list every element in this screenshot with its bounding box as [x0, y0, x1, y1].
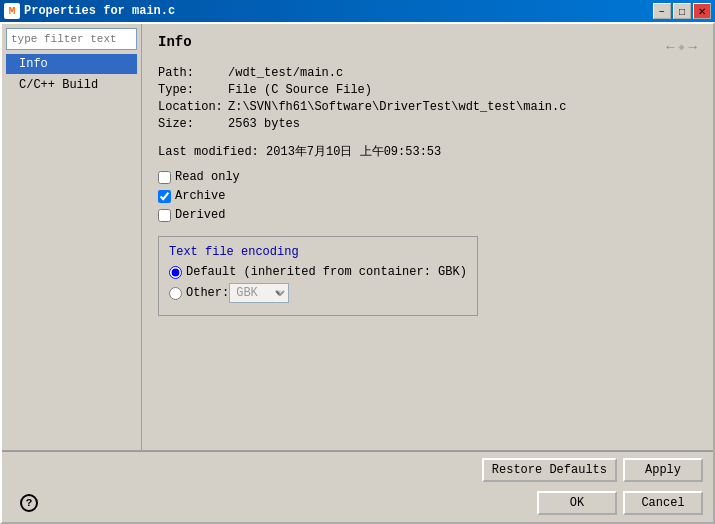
type-label: Type: — [158, 83, 228, 97]
readonly-checkbox[interactable] — [158, 171, 171, 184]
app-icon: M — [4, 3, 20, 19]
location-value: Z:\SVN\fh61\Software\DriverTest\wdt_test… — [228, 100, 566, 114]
last-modified-value: 2013年7月10日 上午09:53:53 — [266, 145, 441, 159]
help-button[interactable]: ? — [20, 494, 38, 512]
checkbox-archive: Archive — [158, 189, 697, 203]
checkbox-readonly: Read only — [158, 170, 697, 184]
encoding-select-group: GBK UTF-8 ISO-8859-1 ▼ — [229, 283, 281, 303]
sidebar-item-cpp-build[interactable]: C/C++ Build — [6, 75, 137, 95]
size-label: Size: — [158, 117, 228, 131]
info-row-type: Type: File (C Source File) — [158, 83, 697, 97]
filter-input[interactable] — [6, 28, 137, 50]
content-header: Info ← ◆ → — [158, 34, 697, 60]
info-row-location: Location: Z:\SVN\fh61\Software\DriverTes… — [158, 100, 697, 114]
help-area: ? — [12, 490, 46, 516]
ok-button[interactable]: OK — [537, 491, 617, 515]
dialog-body: Info C/C++ Build Info ← ◆ → Path: — [2, 24, 713, 451]
location-label: Location: — [158, 100, 228, 114]
archive-label[interactable]: Archive — [175, 189, 225, 203]
readonly-label[interactable]: Read only — [175, 170, 240, 184]
checkbox-derived: Derived — [158, 208, 697, 222]
size-value: 2563 bytes — [228, 117, 300, 131]
last-modified-row: Last modified: 2013年7月10日 上午09:53:53 — [158, 143, 697, 160]
button-bar: Restore Defaults Apply ? OK Cancel — [2, 452, 713, 522]
cancel-button[interactable]: Cancel — [623, 491, 703, 515]
tree-items: Info C/C++ Build — [6, 54, 137, 95]
checkbox-group: Read only Archive Derived — [158, 170, 697, 222]
top-buttons: Restore Defaults Apply — [12, 458, 703, 482]
encoding-box: Text file encoding Default (inherited fr… — [158, 236, 478, 316]
restore-defaults-button[interactable]: Restore Defaults — [482, 458, 617, 482]
minimize-button[interactable]: − — [653, 3, 671, 19]
encoding-title: Text file encoding — [169, 245, 467, 259]
restore-button[interactable]: □ — [673, 3, 691, 19]
nav-arrows: ← ◆ → — [666, 39, 697, 55]
title-text: Properties for main.c — [24, 4, 653, 18]
info-table: Path: /wdt_test/main.c Type: File (C Sou… — [158, 66, 697, 131]
main-dialog: Info C/C++ Build Info ← ◆ → Path: — [0, 22, 715, 524]
content-panel: Info ← ◆ → Path: /wdt_test/main.c Type: … — [142, 24, 713, 450]
title-bar: M Properties for main.c − □ ✕ — [0, 0, 715, 22]
last-modified-label: Last modified: — [158, 145, 259, 159]
default-encoding-label[interactable]: Default (inherited from container: GBK) — [186, 265, 467, 279]
radio-default-encoding: Default (inherited from container: GBK) — [169, 265, 467, 279]
sidebar-item-info[interactable]: Info — [6, 54, 137, 74]
other-encoding-label[interactable]: Other: — [186, 286, 229, 300]
default-encoding-radio[interactable] — [169, 266, 182, 279]
nav-forward-button[interactable]: → — [689, 39, 697, 55]
derived-label[interactable]: Derived — [175, 208, 225, 222]
sidebar: Info C/C++ Build — [2, 24, 142, 450]
bottom-buttons: OK Cancel — [537, 491, 703, 515]
path-value: /wdt_test/main.c — [228, 66, 343, 80]
close-button[interactable]: ✕ — [693, 3, 711, 19]
archive-checkbox[interactable] — [158, 190, 171, 203]
title-buttons: − □ ✕ — [653, 3, 711, 19]
info-row-size: Size: 2563 bytes — [158, 117, 697, 131]
radio-other-encoding: Other: GBK UTF-8 ISO-8859-1 ▼ — [169, 283, 467, 303]
type-value: File (C Source File) — [228, 83, 372, 97]
derived-checkbox[interactable] — [158, 209, 171, 222]
apply-button[interactable]: Apply — [623, 458, 703, 482]
nav-back-button[interactable]: ← — [666, 39, 674, 55]
other-encoding-radio[interactable] — [169, 287, 182, 300]
path-label: Path: — [158, 66, 228, 80]
section-title: Info — [158, 34, 192, 50]
info-row-path: Path: /wdt_test/main.c — [158, 66, 697, 80]
encoding-select[interactable]: GBK UTF-8 ISO-8859-1 — [229, 283, 289, 303]
